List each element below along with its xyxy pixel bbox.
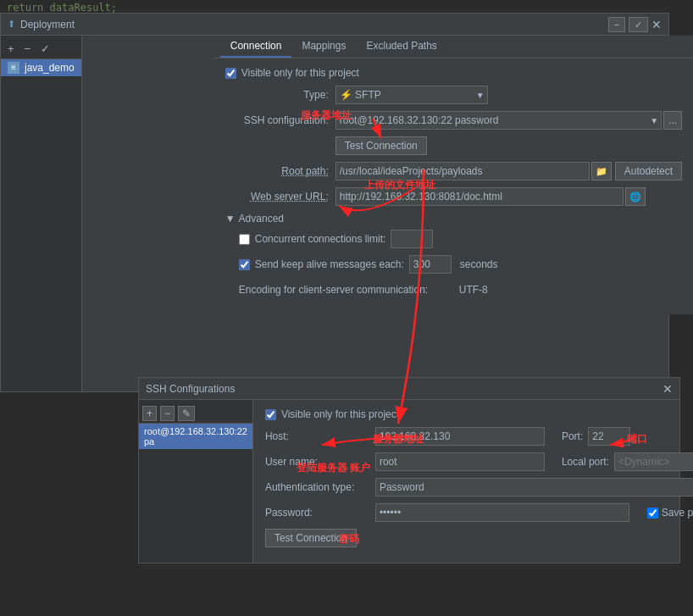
password-input[interactable] xyxy=(375,503,629,522)
visible-only-checkbox[interactable] xyxy=(225,68,236,79)
ssh-item-label: root@192.168.32.130:22 pa xyxy=(144,426,247,447)
encoding-label: Encoding for client-server communication… xyxy=(239,284,459,296)
ssh-visible-only-label: Visible only for this project xyxy=(281,408,399,420)
type-select-wrap: ⚡ SFTP ▼ xyxy=(335,86,488,104)
ssh-visible-only-checkbox[interactable] xyxy=(265,409,276,420)
ssh-dialog: SSH Configurations ✕ + − ✎ root@192.168.… xyxy=(138,377,680,563)
tab-mappings[interactable]: Mappings xyxy=(291,36,356,58)
visible-only-label: Visible only for this project xyxy=(241,67,359,79)
deployment-close-button[interactable]: ✕ xyxy=(651,19,662,31)
keep-alive-unit: seconds xyxy=(460,258,498,270)
advanced-section[interactable]: ▼ Advanced xyxy=(225,213,682,225)
username-label: User name: xyxy=(265,456,375,468)
deployment-tabs: Connection Mappings Excluded Paths xyxy=(213,36,693,58)
deployment-title: Deployment xyxy=(20,19,75,31)
ssh-form-content: Visible only for this project Host: Port… xyxy=(253,400,693,563)
deployment-titlebar: ⬆ Deployment − ✓ ✕ xyxy=(1,14,668,36)
host-input[interactable] xyxy=(375,427,545,446)
server-item-label: java_demo xyxy=(25,62,75,74)
ssh-sidebar-toolbar: + − ✎ xyxy=(139,403,252,424)
type-select[interactable]: ⚡ SFTP xyxy=(335,86,488,104)
concurrent-label: Concurrent connections limit: xyxy=(255,233,386,245)
advanced-content: Concurrent connections limit: Send keep … xyxy=(225,230,682,299)
auth-type-label: Authentication type: xyxy=(265,481,375,493)
deployment-main: Connection Mappings Excluded Paths Visib… xyxy=(213,36,693,391)
save-password-checkbox[interactable] xyxy=(647,508,658,519)
local-port-input[interactable] xyxy=(614,452,693,471)
sidebar-toolbar: + − ✓ xyxy=(1,39,81,59)
port-label: Port: xyxy=(562,430,583,442)
check-button[interactable]: ✓ xyxy=(629,17,648,32)
ssh-remove-button[interactable]: − xyxy=(160,406,175,421)
save-password-row: Save password xyxy=(647,507,693,519)
port-input[interactable] xyxy=(588,427,630,446)
password-label: Password: xyxy=(265,507,375,519)
test-connection-button[interactable]: Test Connection xyxy=(335,136,427,155)
username-localport-row: User name: Local port: xyxy=(265,452,693,471)
ssh-title: SSH Configurations xyxy=(146,383,235,395)
host-port-row: Host: Port: xyxy=(265,427,693,446)
autodetect-button[interactable]: Autodetect xyxy=(615,162,682,180)
password-row: Password: Save password xyxy=(265,503,693,522)
web-server-url-row: Web server URL: 🌐 xyxy=(225,187,682,206)
web-server-url-label: Web server URL: xyxy=(225,191,335,203)
encoding-row: Encoding for client-server communication… xyxy=(239,280,682,299)
web-url-browse-button[interactable]: 🌐 xyxy=(625,187,646,206)
save-password-label: Save password xyxy=(662,507,693,519)
ssh-visible-only-row: Visible only for this project xyxy=(265,408,693,420)
minimize-button[interactable]: − xyxy=(608,17,625,32)
ssh-config-select-wrap: root@192.168.32.130:22 password ▼ xyxy=(335,111,662,130)
ssh-config-dots-button[interactable]: ... xyxy=(663,111,682,130)
code-text: return dataResult; xyxy=(7,2,117,14)
type-label: Type: xyxy=(225,89,335,101)
keep-alive-label: Send keep alive messages each: xyxy=(255,258,404,270)
keep-alive-row: Send keep alive messages each: seconds xyxy=(239,255,682,274)
keep-alive-checkbox[interactable] xyxy=(239,259,250,270)
server-icon: ≡ xyxy=(8,62,19,74)
remove-server-button[interactable]: − xyxy=(21,42,35,57)
ssh-config-label: SSH configuration: xyxy=(225,114,335,126)
ssh-add-button[interactable]: + xyxy=(142,406,157,421)
auth-type-select-wrap: Password ▼ xyxy=(375,478,693,497)
deployment-body: + − ✓ ≡ java_demo Connection Mappings Ex… xyxy=(1,36,668,391)
ssh-config-select[interactable]: root@192.168.32.130:22 password xyxy=(335,111,662,130)
root-path-input[interactable] xyxy=(335,162,590,180)
advanced-label: Advanced xyxy=(239,213,284,225)
root-path-browse-button[interactable]: 📁 xyxy=(591,162,612,180)
auth-type-row: Authentication type: Password ▼ xyxy=(265,478,693,497)
ssh-sidebar: + − ✎ root@192.168.32.130:22 pa xyxy=(139,400,253,563)
deployment-sidebar: + − ✓ ≡ java_demo xyxy=(1,36,82,391)
visible-only-row: Visible only for this project xyxy=(225,67,682,79)
concurrent-row: Concurrent connections limit: xyxy=(239,230,682,248)
tab-connection[interactable]: Connection xyxy=(220,36,292,58)
ssh-config-row: SSH configuration: root@192.168.32.130:2… xyxy=(225,111,682,130)
titlebar-controls: − ✓ ✕ xyxy=(608,17,662,32)
ssh-item[interactable]: root@192.168.32.130:22 pa xyxy=(139,424,252,449)
add-server-button[interactable]: + xyxy=(4,42,18,57)
encoding-value: UTF-8 xyxy=(459,284,488,296)
test-connection-row: Test Connection xyxy=(225,136,682,155)
titlebar-left: ⬆ Deployment xyxy=(8,19,75,31)
web-server-url-input[interactable] xyxy=(335,187,624,206)
username-input[interactable] xyxy=(375,452,545,471)
root-path-label: Root path: xyxy=(225,165,335,177)
local-port-label: Local port: xyxy=(562,456,609,468)
auth-type-select[interactable]: Password xyxy=(375,478,693,497)
ssh-close-button[interactable]: ✕ xyxy=(663,383,673,395)
ssh-titlebar: SSH Configurations ✕ xyxy=(139,378,679,400)
host-label: Host: xyxy=(265,430,375,442)
advanced-arrow: ▼ xyxy=(225,213,236,225)
concurrent-checkbox[interactable] xyxy=(239,234,250,245)
confirm-server-button[interactable]: ✓ xyxy=(37,42,53,57)
deployment-dialog: ⬆ Deployment − ✓ ✕ + − ✓ ≡ java_demo C xyxy=(0,13,669,392)
server-item-java-demo[interactable]: ≡ java_demo xyxy=(1,59,81,76)
concurrent-input[interactable] xyxy=(391,230,433,248)
type-row: Type: ⚡ SFTP ▼ xyxy=(225,86,682,104)
keep-alive-input[interactable] xyxy=(409,255,452,274)
root-path-row: Root path: 📁 Autodetect xyxy=(225,162,682,180)
ssh-edit-button[interactable]: ✎ xyxy=(178,406,195,421)
tab-excluded-paths[interactable]: Excluded Paths xyxy=(356,36,446,58)
deployment-icon: ⬆ xyxy=(8,19,15,30)
ssh-test-connection-button[interactable]: Test Connection xyxy=(265,529,357,547)
ssh-main: + − ✎ root@192.168.32.130:22 pa Visible … xyxy=(139,400,679,563)
